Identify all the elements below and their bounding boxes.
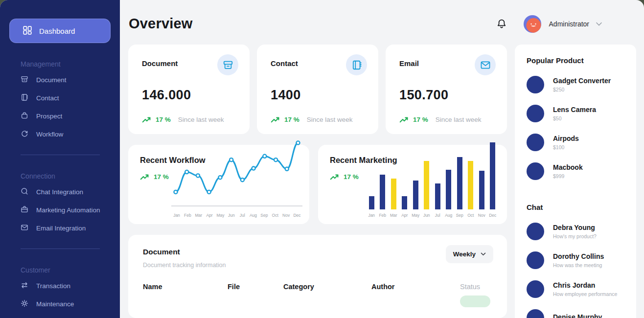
popular-product-title: Popular Product <box>527 56 624 65</box>
user-avatar[interactable] <box>524 15 541 33</box>
x-tick-label: Apr <box>204 213 215 218</box>
stat-card: Document 146.000 17 % Since last week <box>128 45 250 134</box>
line-marker <box>241 178 244 182</box>
x-tick-label: Aug <box>248 213 259 218</box>
x-tick-label: May <box>215 213 226 218</box>
chat-last-message: How employee performance <box>553 291 617 297</box>
chevron-down-icon[interactable] <box>596 22 602 26</box>
chat-item[interactable]: Debra Young How's my product? <box>527 223 624 240</box>
sidebar: Dashboard Management Document <box>0 0 120 318</box>
product-item[interactable]: Macbook $999 <box>527 162 624 180</box>
chat-last-message: How's my product? <box>553 233 597 239</box>
x-tick-label: Oct <box>467 213 474 218</box>
chat-title: Chat <box>527 203 624 211</box>
app-window: Dashboard Management Document <box>0 0 644 318</box>
product-list: Gadget Converter $250 Lens Camera $50 <box>527 76 624 180</box>
chat-contact-name: Dorothy Collins <box>553 252 604 260</box>
stat-card: Email 150.700 17 % Since last week <box>386 45 507 134</box>
sidebar-item-label: Contact <box>36 94 59 102</box>
top-bar: Overview Administrator <box>128 0 636 45</box>
chat-item[interactable]: Dorothy Collins How was the meeting <box>527 251 624 269</box>
trend-note: Since last week <box>307 116 353 123</box>
sidebar-item-label: Marketing Automation <box>36 206 100 214</box>
chat-avatar <box>527 309 544 318</box>
gear-icon <box>21 299 28 309</box>
line-marker <box>185 170 188 174</box>
bar <box>435 183 440 209</box>
bar <box>490 142 495 209</box>
bar <box>468 161 473 209</box>
product-name: Macbook <box>553 163 583 171</box>
line-marker <box>252 166 255 170</box>
sidebar-item-label: Maintenance <box>36 300 74 308</box>
sidebar-item-label: Chat Integration <box>36 188 83 196</box>
trend-up-icon <box>142 116 151 123</box>
bell-icon[interactable] <box>496 19 507 29</box>
trend-up-icon <box>399 116 409 123</box>
trend-percent: 17 % <box>284 116 299 123</box>
sidebar-section-label: Management <box>21 60 111 68</box>
stat-card-value: 1400 <box>271 88 365 103</box>
sidebar-item[interactable]: Document <box>9 71 111 89</box>
product-name: Gadget Converter <box>553 77 611 85</box>
sidebar-item[interactable]: Transaction <box>9 277 111 295</box>
sidebar-item[interactable]: Email Integration <box>9 219 111 237</box>
x-tick-label: Nov <box>281 213 292 218</box>
chat-avatar <box>527 280 544 298</box>
bar <box>380 175 385 209</box>
product-name: Lens Camera <box>553 106 596 114</box>
sidebar-item[interactable]: Chat Integration <box>9 183 111 201</box>
x-tick-label: Jul <box>237 213 248 218</box>
sidebar-item-label: Email Integration <box>36 225 86 232</box>
x-tick-label: Jan <box>368 213 375 218</box>
line-marker <box>274 158 277 161</box>
chat-item[interactable]: Chris Jordan How employee performance <box>527 280 624 298</box>
contact-book-icon <box>21 93 28 103</box>
chat-item[interactable]: Denise Murphy <box>527 309 624 318</box>
line-marker <box>207 190 211 194</box>
chat-bubble-icon <box>21 187 28 197</box>
line-marker <box>285 167 289 171</box>
chat-list: Debra Young How's my product? Dorothy Co… <box>527 223 624 318</box>
sidebar-item-dashboard[interactable]: Dashboard <box>9 19 111 43</box>
x-tick-label: Feb <box>182 213 193 218</box>
product-item[interactable]: Gadget Converter $250 <box>527 76 624 93</box>
x-tick-label: Dec <box>292 213 302 218</box>
bar <box>391 179 396 209</box>
sidebar-item[interactable]: Maintenance <box>9 295 111 313</box>
period-dropdown[interactable]: Weekly <box>446 245 493 263</box>
workflow-refresh-icon <box>21 130 28 139</box>
line-marker <box>230 158 233 161</box>
x-tick-label: Apr <box>401 213 408 218</box>
sidebar-item[interactable]: Contact <box>9 89 111 107</box>
table-header-row: Name File Category Author Status <box>143 283 492 291</box>
transfer-icon <box>21 281 28 291</box>
x-tick-label: Aug <box>445 213 452 218</box>
trend-percent: 17 % <box>154 173 169 181</box>
main-area: Overview Administrator <box>120 0 644 318</box>
sidebar-item-label: Prospect <box>36 113 62 120</box>
product-item[interactable]: Airpods $100 <box>527 134 624 151</box>
column-header: Category <box>283 283 371 291</box>
sidebar-item[interactable]: Marketing Automation <box>9 201 111 219</box>
sidebar-item[interactable]: Workflow <box>9 125 111 143</box>
right-panel: Popular Product Gadget Converter $250 <box>515 45 636 318</box>
line-marker <box>263 155 266 158</box>
product-item[interactable]: Lens Camera $50 <box>527 105 624 122</box>
envelope-icon <box>475 54 496 75</box>
product-name: Airpods <box>553 135 579 142</box>
x-tick-label: Jun <box>423 213 430 218</box>
column-header: Author <box>371 283 460 291</box>
sidebar-item-label: Transaction <box>36 282 70 290</box>
user-menu-label[interactable]: Administrator <box>549 20 589 28</box>
product-avatar <box>527 162 544 180</box>
line-marker <box>296 141 299 144</box>
x-tick-label: Feb <box>379 213 386 218</box>
x-tick-label: Jun <box>226 213 237 218</box>
chat-avatar <box>527 223 544 240</box>
product-price: $50 <box>553 115 596 121</box>
sidebar-item[interactable]: Prospect <box>9 107 111 125</box>
x-tick-label: May <box>412 213 419 218</box>
column-header: Name <box>143 283 228 291</box>
product-avatar <box>527 76 544 93</box>
